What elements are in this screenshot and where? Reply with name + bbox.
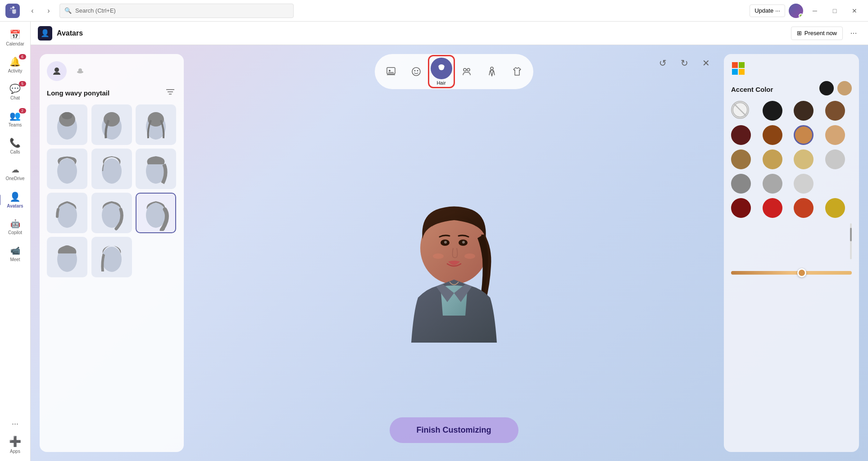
color-mediumbrown[interactable] (825, 101, 845, 121)
activity-badge: 6 (19, 54, 26, 59)
color-red[interactable] (763, 198, 782, 218)
page-header: 👤 Avatars ⊞ Present now ··· (31, 22, 868, 45)
calls-icon: 📞 (9, 137, 21, 148)
sidebar-label-calls: Calls (10, 149, 20, 154)
color-medgray[interactable] (763, 174, 782, 194)
sidebar-item-avatars[interactable]: 👤 Avatars (3, 187, 28, 212)
accent-swatch-brown[interactable] (837, 81, 852, 95)
scroll-indicator (850, 223, 852, 259)
hair-style-6[interactable] (136, 149, 176, 189)
online-status-dot (799, 14, 803, 18)
undo-button[interactable]: ↺ (654, 54, 672, 72)
page-title: Avatars (57, 29, 83, 37)
update-button[interactable]: Update ··· (750, 5, 785, 17)
close-customizer-button[interactable]: ✕ (697, 54, 715, 72)
color-darkred[interactable] (731, 125, 751, 145)
hair-style-4[interactable] (47, 149, 87, 189)
toolbar-action-buttons: ↺ ↻ ✕ (654, 54, 715, 72)
color-darkblonde[interactable] (763, 149, 782, 169)
hair-style-1[interactable] (47, 104, 87, 145)
sidebar-item-add[interactable]: ➕ Apps (3, 432, 28, 457)
sidebar-label-chat: Chat (10, 95, 20, 100)
slider-thumb[interactable] (797, 268, 806, 277)
color-goldbrown[interactable] (731, 149, 751, 169)
update-label: Update (754, 7, 773, 14)
svg-point-14 (102, 158, 122, 184)
forward-button[interactable]: › (41, 4, 56, 18)
face-tool-button[interactable] (405, 61, 427, 82)
minimize-button[interactable]: ─ (807, 4, 823, 18)
svg-point-13 (57, 158, 77, 184)
color-caramel[interactable] (794, 125, 813, 145)
group-tool-button[interactable] (456, 61, 477, 82)
color-darkgray[interactable] (731, 174, 751, 194)
titlebar: ‹ › 🔍 Search (Ctrl+E) Update ··· ─ □ ✕ (0, 0, 868, 22)
sidebar-item-copilot[interactable]: 🤖 Copilot (3, 214, 28, 240)
svg-point-29 (417, 70, 418, 72)
svg-point-31 (464, 68, 466, 71)
redo-button[interactable]: ↻ (675, 54, 693, 72)
maximize-button[interactable]: □ (827, 4, 843, 18)
color-darkred2[interactable] (731, 198, 751, 218)
svg-point-39 (462, 241, 465, 244)
slider-track (731, 271, 852, 275)
avatar-figure (184, 89, 724, 461)
hair-style-3[interactable] (136, 104, 176, 145)
hair-style-10[interactable] (47, 237, 87, 277)
hair-style-8[interactable] (91, 193, 132, 233)
svg-point-0 (55, 68, 59, 72)
color-auburn[interactable] (794, 198, 813, 218)
sidebar-item-meet[interactable]: 📹 Meet (3, 241, 28, 267)
present-now-button[interactable]: ⊞ Present now (791, 27, 843, 40)
clothing-tool-button[interactable] (506, 61, 528, 82)
color-black[interactable] (763, 101, 782, 121)
back-button[interactable]: ‹ (25, 4, 40, 18)
hair-style-7[interactable] (47, 193, 87, 233)
sidebar-item-activity[interactable]: 6 🔔 Activity (3, 52, 28, 77)
finish-customizing-button[interactable]: Finish Customizing (390, 417, 518, 443)
color-lightblonde[interactable] (794, 149, 813, 169)
color-none[interactable] (731, 101, 749, 119)
more-button[interactable]: ··· (12, 419, 18, 429)
hair-tool-label: Hair (436, 80, 445, 86)
search-icon: 🔍 (64, 7, 72, 14)
sidebar-label-calendar: Calendar (6, 41, 24, 46)
hair-tool-button[interactable] (431, 58, 452, 79)
svg-rect-45 (739, 69, 745, 75)
color-silver[interactable] (825, 149, 845, 169)
accent-swatches-top (819, 81, 852, 95)
user-avatar-button[interactable] (789, 4, 803, 18)
page-more-button[interactable]: ··· (846, 26, 861, 41)
svg-point-2 (77, 71, 83, 73)
sidebar-item-chat[interactable]: 5 💬 Chat (3, 79, 28, 104)
svg-point-19 (160, 228, 165, 230)
add-icon: ➕ (9, 436, 21, 447)
sidebar-item-onedrive[interactable]: ☁ OneDrive (3, 160, 28, 185)
hair-style-5[interactable] (91, 149, 132, 189)
avatars-icon: 👤 (9, 191, 21, 202)
sidebar-item-calendar[interactable]: 📅 Calendar (3, 25, 28, 50)
titlebar-right: Update ··· ─ □ ✕ (750, 4, 863, 18)
sidebar-item-teams[interactable]: 2 👥 Teams (3, 106, 28, 131)
hair-style-9[interactable] (136, 193, 176, 233)
reactions-tool-button[interactable] (380, 61, 402, 82)
nav-buttons: ‹ › (25, 4, 56, 18)
color-lightgray[interactable] (794, 174, 813, 194)
color-tan[interactable] (825, 125, 845, 145)
sidebar-item-calls[interactable]: 📞 Calls (3, 133, 28, 158)
search-bar[interactable]: 🔍 Search (Ctrl+E) (59, 4, 294, 18)
close-button[interactable]: ✕ (846, 4, 863, 18)
color-gold[interactable] (825, 198, 845, 218)
filter-button[interactable] (164, 86, 177, 99)
tab-hair[interactable] (47, 61, 67, 81)
tool-hair-wrapper: Hair (431, 58, 452, 86)
body-tool-button[interactable] (481, 61, 503, 82)
color-darkbrown[interactable] (794, 101, 813, 121)
tab-headwear[interactable] (70, 61, 90, 81)
accent-swatch-dark[interactable] (819, 81, 834, 95)
hair-style-2[interactable] (91, 104, 132, 145)
sidebar: 📅 Calendar 6 🔔 Activity 5 💬 Chat 2 👥 Tea… (0, 22, 31, 461)
tool-group (456, 61, 477, 82)
color-brown[interactable] (763, 125, 782, 145)
hair-style-11[interactable] (91, 237, 132, 277)
